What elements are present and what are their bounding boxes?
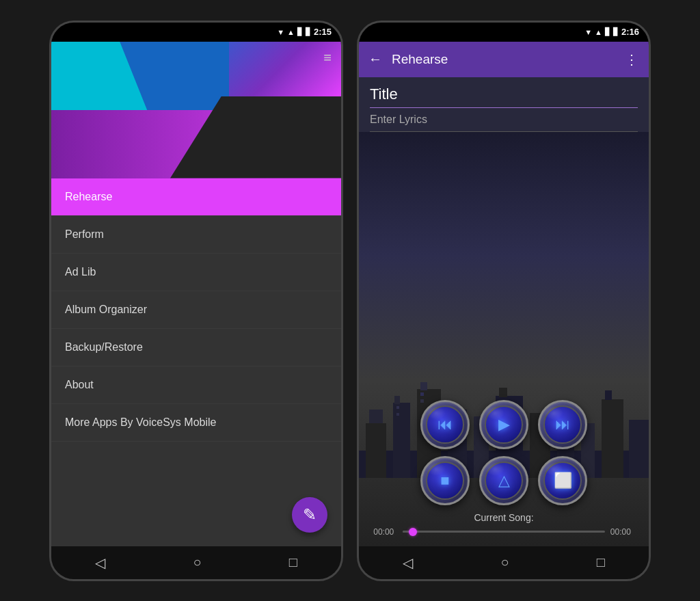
menu-item-backup-restore[interactable]: Backup/Restore — [51, 329, 341, 366]
left-time: 2:15 — [314, 27, 332, 37]
left-status-icons: ▼ ▲ ▊ ▊ 2:15 — [277, 27, 332, 37]
right-signal-icon: ▲ — [595, 28, 602, 36]
toolbar-title: Rehearse — [392, 52, 615, 67]
left-home-button[interactable]: ○ — [179, 549, 215, 576]
mic-button[interactable]: ⬜ — [538, 456, 587, 505]
signal-icon: ▲ — [287, 28, 295, 36]
record-button[interactable]: △ — [479, 456, 528, 505]
menu-item-rehearse[interactable]: Rehearse — [51, 178, 341, 216]
svg-rect-15 — [605, 390, 612, 400]
right-status-bar: ▼ ▲ ▊ ▊ 2:16 — [359, 23, 649, 42]
left-back-button[interactable]: ◁ — [81, 549, 119, 576]
record-icon: △ — [498, 472, 510, 490]
right-phone-content: ← Rehearse ⋮ Title Enter Lyrics — [359, 42, 649, 546]
left-phone: ▼ ▲ ▊ ▊ 2:15 ≡ Rehearse Perform Ad Lib A… — [49, 21, 343, 581]
svg-rect-1 — [366, 423, 386, 478]
menu-item-more-apps[interactable]: More Apps By VoiceSys Mobile — [51, 404, 341, 442]
svg-rect-19 — [420, 392, 424, 396]
mic-icon: ⬜ — [554, 472, 572, 490]
svg-rect-17 — [396, 406, 399, 409]
mic-button-inner: ⬜ — [543, 462, 582, 500]
play-button-inner: ▶ — [485, 405, 523, 444]
play-icon: ▶ — [498, 416, 510, 433]
right-status-icons: ▼ ▲ ▊ ▊ 2:16 — [584, 27, 639, 37]
svg-rect-14 — [602, 399, 623, 478]
menu-item-album-organizer[interactable]: Album Organizer — [51, 291, 341, 329]
svg-rect-18 — [396, 413, 399, 416]
svg-rect-3 — [393, 403, 410, 478]
controls-row-1: ⏮ ▶ ⏭ — [420, 400, 587, 449]
menu-item-perform[interactable]: Perform — [51, 216, 341, 254]
svg-rect-6 — [420, 382, 427, 390]
next-button-inner: ⏭ — [543, 405, 582, 444]
svg-rect-4 — [394, 396, 400, 404]
header-art: ≡ — [51, 42, 341, 178]
next-button[interactable]: ⏭ — [538, 400, 587, 449]
left-recent-button[interactable]: □ — [275, 549, 311, 576]
wifi-icon: ▊ — [297, 27, 303, 36]
svg-rect-16 — [629, 420, 649, 478]
hamburger-icon[interactable]: ≡ — [323, 50, 332, 66]
right-time: 2:16 — [621, 27, 639, 37]
left-phone-content: ≡ Rehearse Perform Ad Lib Album Organize… — [51, 42, 341, 546]
menu-item-adlib[interactable]: Ad Lib — [51, 254, 341, 291]
left-status-bar: ▼ ▲ ▊ ▊ 2:15 — [51, 23, 341, 42]
previous-button-inner: ⏮ — [426, 405, 464, 444]
notification-icon: ▼ — [277, 28, 284, 36]
menu-list: Rehearse Perform Ad Lib Album Organizer … — [51, 178, 341, 546]
controls-row-2: ■ △ ⬜ — [420, 456, 587, 505]
right-phone: ▼ ▲ ▊ ▊ 2:16 ← Rehearse ⋮ Title Enter Ly… — [357, 21, 651, 581]
progress-bar-container: 00:00 00:00 — [373, 527, 634, 537]
menu-item-about[interactable]: About — [51, 366, 341, 404]
svg-rect-10 — [499, 388, 507, 397]
player-controls: ⏮ ▶ ⏭ — [420, 400, 587, 505]
right-back-button[interactable]: ◁ — [389, 549, 427, 576]
right-recent-button[interactable]: □ — [583, 549, 619, 576]
record-button-inner: △ — [485, 462, 523, 500]
right-nav-bar: ◁ ○ □ — [359, 546, 649, 579]
player-area: ⏮ ▶ ⏭ — [359, 132, 649, 546]
toolbar-more-button[interactable]: ⋮ — [625, 51, 639, 68]
right-battery-icon: ▊ — [613, 27, 619, 36]
svg-rect-2 — [369, 410, 383, 423]
app-toolbar: ← Rehearse ⋮ — [359, 42, 649, 77]
progress-thumb[interactable] — [409, 528, 417, 536]
progress-track[interactable] — [403, 531, 605, 533]
end-time: 00:00 — [610, 527, 634, 537]
fab-button[interactable]: ✎ — [292, 497, 327, 533]
stop-icon: ■ — [440, 472, 449, 490]
right-home-button[interactable]: ○ — [487, 549, 522, 576]
play-button[interactable]: ▶ — [479, 400, 528, 449]
previous-icon: ⏮ — [438, 416, 453, 433]
toolbar-back-button[interactable]: ← — [368, 51, 382, 67]
start-time: 00:00 — [373, 527, 397, 537]
song-info: Title Enter Lyrics — [359, 77, 649, 132]
left-nav-bar: ◁ ○ □ — [51, 546, 341, 579]
stop-button[interactable]: ■ — [420, 456, 470, 505]
song-title-field[interactable]: Title — [370, 85, 638, 108]
right-notification-icon: ▼ — [584, 28, 592, 36]
header-art-bg — [51, 42, 341, 178]
next-icon: ⏭ — [555, 416, 570, 433]
song-lyrics-field[interactable]: Enter Lyrics — [370, 113, 638, 132]
current-song-label: Current Song: — [474, 512, 533, 523]
stop-button-inner: ■ — [426, 462, 464, 500]
right-wifi-icon: ▊ — [605, 27, 610, 36]
previous-button[interactable]: ⏮ — [420, 400, 470, 449]
battery-icon: ▊ — [306, 27, 311, 36]
